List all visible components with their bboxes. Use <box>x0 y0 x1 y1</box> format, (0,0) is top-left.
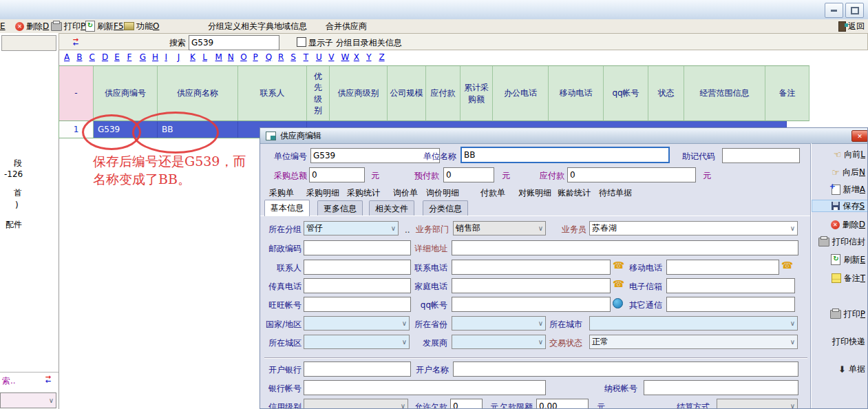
column-header[interactable]: 供应商编号 <box>94 66 158 121</box>
column-header[interactable]: 状态 <box>648 66 684 121</box>
print-button[interactable]: 打印P <box>812 308 868 320</box>
tree-item-fragment[interactable]: ) <box>15 200 19 210</box>
back-button[interactable]: 返回 <box>838 21 865 32</box>
menu-region-info[interactable]: 地域信息 <box>274 21 307 32</box>
alphabet-link[interactable]: P <box>253 52 265 63</box>
alphabet-link[interactable]: K <box>190 52 202 63</box>
alphabet-link[interactable]: I <box>165 52 177 63</box>
column-header[interactable]: 优先级别 <box>307 66 330 121</box>
trade-status-combobox[interactable]: 正常∨ <box>589 335 798 349</box>
alphabet-link[interactable]: Z <box>379 52 391 63</box>
maximize-button[interactable] <box>845 3 864 18</box>
alphabet-link[interactable]: G <box>140 52 152 63</box>
alphabet-link[interactable]: C <box>89 52 102 63</box>
alphabet-link[interactable]: N <box>228 52 240 63</box>
fax-input[interactable] <box>304 278 411 293</box>
phone-icon[interactable]: ☎ <box>781 260 793 270</box>
add-button[interactable]: +新增A <box>812 183 868 196</box>
documents-button[interactable]: ⬇单据 <box>812 363 868 375</box>
district-combobox[interactable]: ∨ <box>304 335 410 349</box>
swap-arrows-icon[interactable]: →← <box>43 375 54 384</box>
column-header[interactable]: 应付款 <box>426 66 461 121</box>
alphabet-link[interactable]: J <box>178 52 190 63</box>
group-more-button[interactable]: .. <box>405 225 410 235</box>
alphabet-link[interactable]: R <box>278 52 290 63</box>
link-reconcile-detail[interactable]: 对账明细 <box>518 187 551 199</box>
alphabet-link[interactable]: L <box>202 52 215 63</box>
alphabet-link[interactable]: T <box>304 52 316 63</box>
tree-item-fragment[interactable]: 首 <box>14 187 22 199</box>
alphabet-link[interactable]: D <box>102 52 114 63</box>
qq-icon[interactable] <box>613 298 623 308</box>
mnemonic-input[interactable] <box>722 148 800 163</box>
print-express-button[interactable]: 打印快递 <box>812 335 868 348</box>
other-im-input[interactable] <box>666 297 795 312</box>
debt-limit-input[interactable] <box>536 399 589 409</box>
column-header[interactable]: qq帐号 <box>604 66 648 121</box>
left-panel-header[interactable] <box>1 35 56 51</box>
save-button[interactable]: 保存S <box>812 200 868 212</box>
link-purchase-order[interactable]: 采购单 <box>269 187 294 199</box>
supplier-code-cell[interactable]: G539 <box>94 121 158 138</box>
country-combobox[interactable]: ∨ <box>304 316 410 331</box>
tax-account-input[interactable] <box>644 380 798 395</box>
link-inquiry-detail[interactable]: 询价明细 <box>426 187 459 199</box>
next-button[interactable]: ☞向后N <box>812 166 868 178</box>
swap-arrows-icon[interactable]: →← <box>70 38 81 46</box>
delete-button[interactable]: ✕ 删除D <box>15 21 49 32</box>
refresh-button[interactable]: ↻刷新E <box>812 253 868 266</box>
alphabet-link[interactable]: S <box>290 52 303 63</box>
account-name-input[interactable] <box>453 361 798 377</box>
contact-input[interactable] <box>304 260 411 275</box>
print-button[interactable]: 打印P <box>51 21 85 32</box>
dialog-titlebar[interactable]: 供应商编辑 <box>260 128 868 144</box>
supplier-name-cell[interactable]: BB <box>158 121 238 138</box>
qq-input[interactable] <box>452 297 611 312</box>
menu-group-define[interactable]: 分组定义 <box>208 21 241 32</box>
phone-icon[interactable]: ☎ <box>613 260 624 270</box>
alphabet-link[interactable]: H <box>152 52 165 63</box>
column-header[interactable]: 备注 <box>765 66 809 121</box>
column-header[interactable]: 累计采购额 <box>461 66 493 121</box>
address-input[interactable] <box>452 240 798 255</box>
left-panel-combobox[interactable]: ∨ <box>0 392 56 408</box>
salesman-combobox[interactable]: 苏春湖∨ <box>589 221 798 235</box>
bank-input[interactable] <box>304 361 411 377</box>
link-aging-stats[interactable]: 账龄统计 <box>558 187 591 199</box>
unit-name-input[interactable] <box>461 147 670 163</box>
dept-combobox[interactable]: 销售部∨ <box>453 221 546 235</box>
close-button[interactable]: ✕ <box>851 130 868 142</box>
column-header[interactable]: 联系人 <box>238 66 307 121</box>
city-combobox[interactable]: ∨ <box>589 316 798 331</box>
province-combobox[interactable]: ∨ <box>452 316 546 331</box>
link-inquiry-order[interactable]: 询价单 <box>393 187 418 199</box>
tree-item-fragment[interactable]: -126 <box>4 169 23 179</box>
alphabet-link[interactable]: X <box>354 52 366 63</box>
postcode-input[interactable] <box>304 240 411 255</box>
link-payment-order[interactable]: 付款单 <box>480 187 505 199</box>
menu-merge-supplier[interactable]: 合并供应商 <box>326 21 367 32</box>
payable-input[interactable] <box>567 167 696 182</box>
developer-combobox[interactable]: ∨ <box>452 335 546 349</box>
alphabet-link[interactable]: Y <box>366 52 379 63</box>
tree-item-fragment[interactable]: 配件 <box>6 219 22 231</box>
prev-button[interactable]: ☜向前L <box>812 148 868 160</box>
column-header[interactable]: 经营范围信息 <box>684 66 765 121</box>
tab-category-info[interactable]: 分类信息 <box>423 200 468 216</box>
link-pending-docs[interactable]: 待结单据 <box>599 187 632 199</box>
contact-phone-input[interactable] <box>452 260 611 275</box>
remark-button[interactable]: 备注T <box>812 272 868 284</box>
alphabet-link[interactable]: A <box>64 52 76 63</box>
purchase-total-input[interactable] <box>309 167 365 182</box>
partial-edit-button[interactable]: E <box>0 21 6 32</box>
link-purchase-detail[interactable]: 采购明细 <box>306 187 339 199</box>
tab-related-files[interactable]: 相关文件 <box>369 200 414 216</box>
tab-basic-info[interactable]: 基本信息 <box>264 200 310 216</box>
column-header[interactable]: 办公电话 <box>493 66 549 121</box>
wangwang-input[interactable] <box>304 297 411 312</box>
search-input[interactable] <box>189 35 279 50</box>
alphabet-link[interactable]: Q <box>266 52 278 63</box>
print-envelope-button[interactable]: 打印信封 <box>812 235 868 248</box>
menu-related-dict[interactable]: 相关字典 <box>241 21 274 32</box>
tab-more-info[interactable]: 更多信息 <box>317 200 363 216</box>
